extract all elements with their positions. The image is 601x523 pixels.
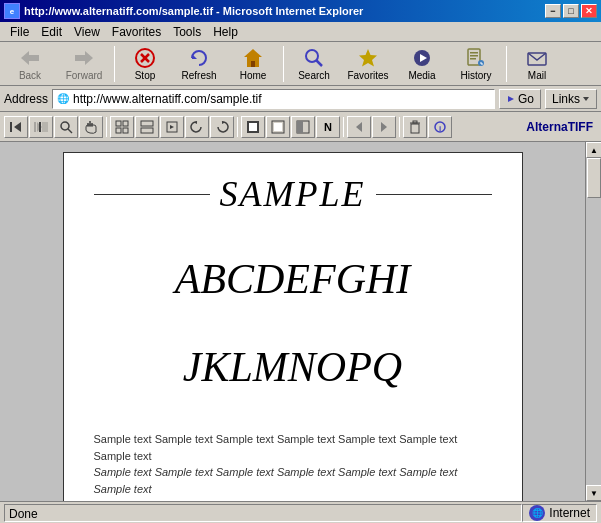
address-input[interactable]	[73, 92, 490, 106]
content-area: SAMPLE ABCDEFGHI JKLMNOPQ Sample text Sa…	[0, 142, 601, 501]
menu-view[interactable]: View	[68, 23, 106, 41]
tiff-info-icon: i	[433, 120, 447, 134]
tiff-first-button[interactable]	[4, 116, 28, 138]
forward-icon	[72, 47, 96, 70]
tiff-partial-button[interactable]	[291, 116, 315, 138]
svg-rect-25	[34, 122, 36, 132]
toolbar-separator-2	[283, 46, 284, 82]
tiff-document: SAMPLE ABCDEFGHI JKLMNOPQ Sample text Sa…	[63, 152, 523, 501]
tiff-n-button[interactable]: N	[316, 116, 340, 138]
menu-favorites[interactable]: Favorites	[106, 23, 167, 41]
tiff-zoom-icon-button[interactable]	[54, 116, 78, 138]
scroll-up-button[interactable]: ▲	[586, 142, 601, 158]
address-label: Address	[4, 92, 48, 106]
close-button[interactable]: ✕	[581, 4, 597, 18]
tiff-split-button[interactable]	[135, 116, 159, 138]
tiff-prev-page-icon	[352, 120, 366, 134]
menu-edit[interactable]: Edit	[35, 23, 68, 41]
tiff-invert-button[interactable]	[241, 116, 265, 138]
mail-icon	[525, 47, 549, 70]
svg-rect-51	[413, 121, 417, 123]
tiff-next-page-button[interactable]	[372, 116, 396, 138]
menu-help[interactable]: Help	[207, 23, 244, 41]
status-text: Done	[4, 504, 522, 522]
tiff-scan-button[interactable]	[29, 116, 53, 138]
tiff-hand-icon	[84, 120, 98, 134]
media-label: Media	[408, 70, 435, 81]
svg-rect-44	[274, 123, 282, 131]
tiff-partial-icon	[296, 120, 310, 134]
svg-marker-38	[170, 125, 174, 129]
tiff-grid-button[interactable]	[110, 116, 134, 138]
tiff-rotate-left-icon	[190, 120, 204, 134]
refresh-icon	[187, 47, 211, 70]
zone-icon: 🌐	[529, 505, 545, 521]
links-button[interactable]: Links	[545, 89, 597, 109]
svg-marker-0	[21, 51, 39, 65]
tiff-white-button[interactable]	[266, 116, 290, 138]
search-button[interactable]: Search	[288, 44, 340, 84]
history-button[interactable]: History	[450, 44, 502, 84]
scroll-thumb[interactable]	[587, 158, 601, 198]
favorites-button[interactable]: Favorites	[342, 44, 394, 84]
svg-line-30	[68, 129, 72, 133]
stop-button[interactable]: Stop	[119, 44, 171, 84]
svg-rect-23	[10, 122, 12, 132]
back-label: Back	[19, 70, 41, 81]
document-viewport[interactable]: SAMPLE ABCDEFGHI JKLMNOPQ Sample text Sa…	[0, 142, 585, 501]
document-title: SAMPLE	[94, 173, 492, 215]
svg-rect-49	[411, 124, 419, 133]
forward-button[interactable]: Forward	[58, 44, 110, 84]
minimize-button[interactable]: −	[545, 4, 561, 18]
go-button[interactable]: Go	[499, 89, 541, 109]
refresh-button[interactable]: Refresh	[173, 44, 225, 84]
tiff-fit-button[interactable]	[160, 116, 184, 138]
toolbar: Back Forward Stop Refresh Home Search	[0, 42, 601, 86]
svg-rect-28	[42, 122, 48, 132]
menu-file[interactable]: File	[4, 23, 35, 41]
scroll-track[interactable]	[586, 158, 601, 485]
mail-label: Mail	[528, 70, 546, 81]
back-icon	[18, 47, 42, 70]
tiff-sep-4	[399, 117, 400, 137]
svg-text:i: i	[439, 124, 441, 133]
tiff-fit-icon	[165, 120, 179, 134]
svg-marker-5	[192, 54, 197, 59]
vertical-scrollbar[interactable]: ▲ ▼	[585, 142, 601, 501]
tiff-split-icon	[140, 120, 154, 134]
tiff-hand-button[interactable]	[79, 116, 103, 138]
menu-bar: File Edit View Favorites Tools Help	[0, 22, 601, 42]
scroll-down-button[interactable]: ▼	[586, 485, 601, 501]
svg-marker-1	[75, 51, 93, 65]
tiff-rotate-left-button[interactable]	[185, 116, 209, 138]
back-button[interactable]: Back	[4, 44, 56, 84]
mail-button[interactable]: Mail	[511, 44, 563, 84]
links-label: Links	[552, 92, 580, 106]
tiff-white-icon	[271, 120, 285, 134]
history-label: History	[460, 70, 491, 81]
history-icon	[464, 47, 488, 70]
maximize-button[interactable]: □	[563, 4, 579, 18]
tiff-delete-button[interactable]	[403, 116, 427, 138]
media-icon	[410, 47, 434, 70]
svg-point-29	[61, 122, 69, 130]
window-title: http://www.alternatiff.com/sample.tif - …	[24, 5, 363, 17]
page-icon: 🌐	[57, 93, 69, 104]
menu-tools[interactable]: Tools	[167, 23, 207, 41]
tiff-invert-icon	[246, 120, 260, 134]
home-button[interactable]: Home	[227, 44, 279, 84]
svg-rect-31	[116, 121, 121, 126]
tiff-rotate-right-icon	[215, 120, 229, 134]
tiff-magnify-icon	[59, 120, 73, 134]
status-bar: Done 🌐 Internet	[0, 501, 601, 523]
title-bar: e http://www.alternatiff.com/sample.tif …	[0, 0, 601, 22]
address-bar: Address 🌐 Go Links	[0, 86, 601, 112]
stop-icon	[133, 47, 157, 70]
tiff-info-button[interactable]: i	[428, 116, 452, 138]
document-sample-text: Sample text Sample text Sample text Samp…	[94, 431, 492, 497]
tiff-rotate-right-button[interactable]	[210, 116, 234, 138]
media-button[interactable]: Media	[396, 44, 448, 84]
tiff-prev-page-button[interactable]	[347, 116, 371, 138]
toolbar-separator-3	[506, 46, 507, 82]
status-zone: 🌐 Internet	[522, 504, 597, 522]
